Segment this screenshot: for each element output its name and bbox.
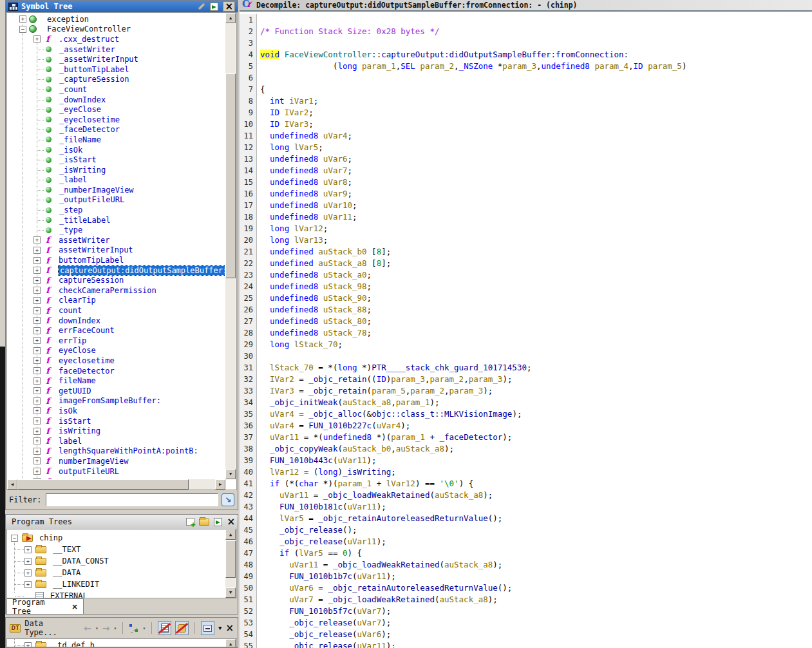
program-tree-item[interactable]: +__DATA [8, 567, 225, 578]
code-line[interactable]: 53 _objc_release(uVar7); [240, 617, 812, 629]
expander-toggle[interactable]: + [33, 397, 41, 405]
symbol-tree-item[interactable]: _fileName [7, 135, 225, 145]
code-line[interactable]: 27 undefined8 uStack_80; [240, 316, 812, 327]
forward-arrow-icon[interactable]: → [102, 624, 110, 633]
close-icon[interactable]: × [227, 517, 235, 526]
code-line[interactable]: 22 undefined auStack_a8 [8]; [240, 258, 812, 269]
program-tree-item[interactable]: −chinp [8, 532, 225, 544]
expander-toggle[interactable]: + [33, 347, 41, 354]
code-line[interactable]: 7{ [240, 84, 812, 95]
symbol-tree-item[interactable]: _titleLabel [7, 215, 225, 225]
symbol-tree-item[interactable]: +fassetWriterInput [7, 245, 225, 256]
program-tree-item[interactable]: EXTERNAL [8, 590, 225, 598]
symbol-tree-item[interactable]: +fimageFromSampleBuffer: [7, 396, 225, 406]
expander-toggle[interactable]: + [33, 35, 41, 43]
symbol-tree-item[interactable]: _numberImageView [7, 185, 225, 195]
scroll-thumb[interactable] [225, 73, 236, 278]
expander-toggle[interactable]: + [33, 417, 41, 424]
code-line[interactable]: 42 uVar11 = _objc_loadWeakRetained(auSta… [240, 490, 812, 501]
expander-toggle[interactable]: + [33, 337, 41, 344]
code-line[interactable]: 8 int iVar1; [240, 95, 812, 107]
expander-toggle[interactable]: + [33, 277, 41, 284]
symbol-tree-item[interactable]: +fclearTip [7, 296, 225, 306]
expander-toggle[interactable]: + [33, 377, 41, 385]
code-line[interactable]: 37 uVar11 = *(undefined8 *)(param_1 + _f… [240, 432, 812, 443]
expander-toggle[interactable]: + [33, 357, 41, 364]
code-line[interactable]: 43 FUN_1010b181c(uVar11); [240, 501, 812, 513]
symbol-tree-item[interactable]: _step [7, 205, 225, 215]
code-line[interactable]: 25 undefined8 uStack_90; [240, 292, 812, 304]
code-line[interactable]: 31 lStack_70 = *(long *)PTR____stack_chk… [240, 362, 812, 374]
decompiled-code-area[interactable]: 12/* Function Stack Size: 0x28 bytes */3… [240, 12, 812, 648]
symbol-tree-hscrollbar[interactable]: ◀ ▶ [7, 479, 225, 490]
code-line[interactable]: 41 if (*(char *)(param_1 + lVar12) == '\… [240, 478, 812, 490]
filter-input[interactable] [46, 493, 218, 506]
panel-menu-icon[interactable]: ▼ [218, 625, 222, 631]
code-line[interactable]: 11 undefined8 uVar4; [240, 130, 812, 142]
symbol-tree-item[interactable]: +fcount [7, 305, 225, 316]
code-line[interactable]: 46 _objc_release(uVar11); [240, 536, 812, 548]
symbol-tree-item[interactable]: +flengthSquareWithPointA:pointB: [7, 446, 225, 457]
scroll-up-arrow[interactable]: ▲ [225, 639, 236, 647]
symbol-tree-item[interactable]: _label [7, 175, 225, 186]
symbol-tree-item[interactable]: _captureSession [7, 75, 225, 85]
new-tree-icon[interactable] [186, 518, 194, 526]
edit-pencil-icon[interactable] [198, 3, 205, 10]
code-line[interactable]: 44 lVar5 = _objc_retainAutoreleasedRetur… [240, 513, 812, 524]
symbol-tree-item[interactable]: +flabel [7, 436, 225, 446]
code-line[interactable]: 10 ID IVar3; [240, 119, 812, 130]
expander-toggle[interactable]: + [33, 317, 41, 324]
symbol-tree-item[interactable]: +fcheckCameraPermission [7, 285, 225, 296]
code-line[interactable]: 5 (long param_1,SEL param_2,_NSZone *par… [240, 61, 812, 72]
symbol-tree-item[interactable]: +foutputFileURL [7, 466, 225, 477]
symbol-tree-item[interactable]: +fnumberImageView [7, 456, 225, 466]
symbol-tree-item[interactable]: _assetWriterInput [7, 54, 225, 64]
program-tree-item[interactable]: +__DATA_CONST [8, 555, 225, 567]
disable-filter-toggle[interactable] [158, 621, 171, 635]
symbol-tree-item[interactable]: _isWriting [7, 165, 225, 175]
symbol-tree-vscrollbar[interactable]: ▲ ▼ [225, 13, 236, 479]
symbol-tree-item[interactable]: _buttomTipLabel [7, 64, 225, 75]
code-line[interactable]: 45 _objc_release(); [240, 524, 812, 536]
expander-toggle[interactable]: + [24, 642, 32, 648]
scroll-thumb[interactable] [225, 540, 236, 578]
scroll-down-arrow[interactable]: ▼ [225, 469, 236, 479]
code-line[interactable]: 34 _objc_initWeak(auStack_a8,param_1); [240, 397, 812, 408]
forward-dropdown-caret[interactable]: ▾ [114, 625, 117, 631]
symbol-tree-item[interactable]: +fcaptureSession [7, 275, 225, 285]
expander-toggle[interactable]: + [33, 267, 41, 274]
code-line[interactable]: 18 undefined8 uVar11; [240, 211, 812, 223]
symbol-tree-item[interactable]: +fassetWriter [7, 235, 225, 245]
expander-toggle[interactable]: + [24, 558, 32, 565]
symbol-tree-item[interactable]: _downIndex [7, 95, 225, 105]
symbol-tree-item[interactable]: +ferrTip [7, 336, 225, 346]
tab-program-tree[interactable]: Program Tree × [6, 598, 84, 614]
code-line[interactable]: 15 undefined8 uVar8; [240, 176, 812, 188]
program-tree-item[interactable]: +__LINKEDIT [8, 578, 225, 590]
expander-toggle[interactable]: + [33, 468, 41, 475]
symbol-tree-item[interactable]: +fgetUUID [7, 386, 225, 396]
code-line[interactable]: 40 lVar12 = (long)_isWriting; [240, 466, 812, 478]
expander-toggle[interactable]: + [33, 307, 41, 314]
expander-toggle[interactable]: + [19, 15, 26, 23]
symbol-tree-item[interactable]: _eyeclosetime [7, 115, 225, 125]
code-line[interactable]: 51 uVar7 = _objc_loadWeakRetained(auStac… [240, 594, 812, 605]
code-line[interactable]: 23 undefined8 uStack_a0; [240, 269, 812, 281]
scroll-thumb[interactable] [17, 479, 189, 490]
symbol-tree-item[interactable]: +fcaptureOutput:didOutputSampleBuffer:fr… [7, 265, 225, 276]
code-line[interactable]: 29 long lStack_70; [240, 339, 812, 350]
open-folder-icon[interactable] [199, 519, 209, 526]
symbol-tree-item[interactable]: +fdownIndex [7, 316, 225, 326]
expander-toggle[interactable]: + [33, 428, 41, 435]
back-dropdown-caret[interactable]: ▾ [95, 625, 99, 631]
symbol-tree-item[interactable]: +ffaceDetector [7, 366, 225, 376]
code-line[interactable]: 21 undefined auStack_b0 [8]; [240, 246, 812, 258]
code-line[interactable]: 49 FUN_1010b1b7c(uVar11); [240, 571, 812, 582]
symbol-tree-item[interactable]: +fisOk [7, 406, 225, 416]
code-line[interactable]: 52 FUN_1010b5f7c(uVar7); [240, 605, 812, 617]
code-line[interactable]: 12 long lVar5; [240, 142, 812, 153]
code-line[interactable]: 55 _objc_release(uVar11); [240, 640, 812, 648]
code-line[interactable]: 9 ID IVar2; [240, 107, 812, 119]
expander-toggle[interactable]: + [33, 457, 41, 464]
scroll-down-arrow[interactable]: ▼ [225, 587, 236, 598]
